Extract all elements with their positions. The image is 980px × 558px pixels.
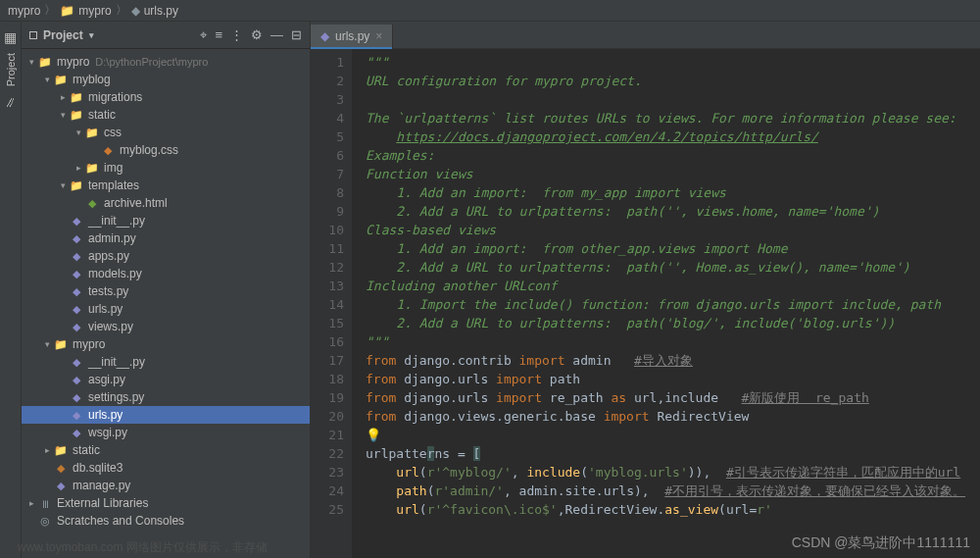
tree-row[interactable]: ◆urls.py: [22, 406, 310, 424]
line-number: 7: [311, 165, 344, 183]
project-panel-title[interactable]: Project ▾: [29, 28, 94, 42]
breadcrumb-root[interactable]: mypro: [8, 4, 40, 18]
code-line[interactable]: Including another URLconf: [366, 277, 980, 295]
code-line[interactable]: 2. Add a URL to urlpatterns: path('', vi…: [366, 202, 980, 221]
gear-icon[interactable]: ⚙: [251, 27, 263, 43]
tree-arrow-icon[interactable]: ▾: [41, 75, 53, 84]
code-line[interactable]: """: [366, 332, 980, 351]
code-line[interactable]: """: [366, 53, 980, 72]
code-line[interactable]: 2. Add a URL to urlpatterns: path('blog/…: [366, 314, 980, 332]
code-line[interactable]: Function views: [366, 165, 980, 183]
collapse-icon[interactable]: —: [270, 27, 283, 43]
tree-row[interactable]: ◎Scratches and Consoles: [22, 512, 310, 530]
tree-row[interactable]: ◆db.sqlite3: [22, 459, 310, 477]
tab-label: urls.py: [335, 29, 369, 43]
expand-icon[interactable]: ≡: [215, 27, 222, 43]
tree-row[interactable]: ◆manage.py: [22, 477, 310, 494]
tree-arrow-icon[interactable]: ▾: [25, 57, 37, 67]
tree-row[interactable]: ▸📁static: [22, 441, 310, 459]
tree-row[interactable]: ◆asgi.py: [22, 371, 310, 388]
tree-row[interactable]: ▾📁templates: [22, 177, 310, 194]
line-number: 24: [311, 482, 344, 500]
tree-row[interactable]: ◆urls.py: [22, 300, 310, 318]
tree-row[interactable]: ◆views.py: [22, 318, 310, 335]
tree-row[interactable]: ▾📁css: [22, 124, 310, 141]
line-number: 5: [311, 127, 344, 146]
code-line[interactable]: 1. Import the include() function: from d…: [366, 295, 980, 314]
tree-arrow-icon[interactable]: ▸: [41, 445, 53, 455]
tree-node-icon: ◆: [69, 285, 84, 298]
tree-row[interactable]: ◆archive.html: [22, 194, 310, 212]
code-line[interactable]: from django.views.generic.base import Re…: [366, 407, 980, 426]
tree-row[interactable]: ◆__init__.py: [22, 212, 310, 229]
tree-row[interactable]: ▾📁myproD:\pythonProject\mypro: [22, 53, 310, 71]
tree-arrow-icon[interactable]: ▾: [73, 127, 84, 137]
tree-node-icon: ◆: [69, 250, 84, 263]
close-icon[interactable]: ×: [375, 29, 382, 43]
breadcrumb-file[interactable]: urls.py: [144, 4, 178, 18]
tree-arrow-icon[interactable]: ▾: [57, 180, 69, 190]
tree-node-icon: 📁: [84, 127, 100, 139]
code-line[interactable]: URL configuration for mypro project.: [366, 72, 980, 90]
editor-tabs: ◆ urls.py ×: [311, 22, 980, 49]
tree-arrow-icon[interactable]: ▸: [25, 498, 37, 508]
project-tool-icon[interactable]: ▦: [4, 29, 17, 45]
tree-row[interactable]: ◆admin.py: [22, 229, 310, 247]
chevron-down-icon: ▾: [89, 30, 94, 40]
tree-node-label: asgi.py: [88, 373, 125, 386]
editor-tab-urls[interactable]: ◆ urls.py ×: [311, 25, 393, 48]
tree-row[interactable]: ◆apps.py: [22, 247, 310, 265]
project-tree[interactable]: ▾📁myproD:\pythonProject\mypro▾📁myblog▸📁m…: [22, 49, 310, 558]
tree-node-label: urls.py: [88, 302, 122, 316]
tree-row[interactable]: ◆settings.py: [22, 388, 310, 406]
code-line[interactable]: 2. Add a URL to urlpatterns: path('', Ho…: [366, 258, 980, 277]
code-line[interactable]: 💡: [366, 426, 980, 444]
code-line[interactable]: urlpatterns = [: [366, 444, 980, 463]
tree-node-icon: 📁: [53, 444, 69, 457]
code-line[interactable]: path(r'admin/', admin.site.urls), #不用引号，…: [366, 482, 980, 500]
code-line[interactable]: url(r'^favicon\.ico$',RedirectView.as_vi…: [366, 500, 980, 519]
tree-row[interactable]: ▾📁static: [22, 106, 310, 124]
chevron-right-icon: 〉: [116, 2, 127, 19]
tree-arrow-icon[interactable]: ▸: [57, 92, 69, 102]
tree-node-label: static: [88, 108, 116, 122]
tree-row[interactable]: ▸📁img: [22, 159, 310, 177]
code-line[interactable]: from django.urls import path: [366, 370, 980, 388]
hide-icon[interactable]: ⊟: [291, 27, 302, 43]
code-line[interactable]: from django.urls import re_path as url,i…: [366, 388, 980, 407]
code-line[interactable]: https://docs.djangoproject.com/en/4.2/to…: [366, 127, 980, 146]
tree-row[interactable]: ▾📁myblog: [22, 71, 310, 88]
tree-node-icon: 📁: [37, 56, 53, 69]
code-line[interactable]: from django.contrib import admin #导入对象: [366, 351, 980, 370]
breadcrumb: mypro 〉 📁 mypro 〉 ◆ urls.py: [8, 2, 178, 19]
project-tool-label[interactable]: Project: [5, 53, 17, 86]
tree-node-label: __init__.py: [88, 355, 145, 369]
structure-tool-icon[interactable]: ⫽: [4, 94, 18, 110]
editor-body[interactable]: 1234567891011121314151617181920212223242…: [311, 49, 980, 558]
line-number: 18: [311, 370, 344, 388]
code-line[interactable]: [366, 90, 980, 109]
breadcrumb-folder[interactable]: mypro: [78, 4, 111, 18]
tree-arrow-icon[interactable]: ▾: [41, 339, 53, 349]
tree-row[interactable]: ◆models.py: [22, 265, 310, 282]
code-line[interactable]: Class-based views: [366, 221, 980, 239]
code-line[interactable]: url(r'^myblog/', include('myblog.urls'))…: [366, 463, 980, 482]
tree-row[interactable]: ◆wsgi.py: [22, 424, 310, 441]
tree-node-label: External Libraries: [57, 496, 148, 510]
tree-node-icon: ◆: [84, 197, 100, 210]
code-line[interactable]: Examples:: [366, 146, 980, 165]
tree-row[interactable]: ◆__init__.py: [22, 353, 310, 371]
code-line[interactable]: The `urlpatterns` list routes URLs to vi…: [366, 109, 980, 127]
tree-arrow-icon[interactable]: ▾: [57, 110, 69, 120]
tree-row[interactable]: ▸⫼External Libraries: [22, 494, 310, 512]
tree-row[interactable]: ▸📁migrations: [22, 88, 310, 106]
tree-row[interactable]: ▾📁mypro: [22, 335, 310, 353]
tree-node-icon: ⫼: [37, 497, 53, 509]
tree-arrow-icon[interactable]: ▸: [73, 163, 84, 173]
locate-icon[interactable]: ⌖: [200, 27, 207, 43]
tree-row[interactable]: ◆myblog.css: [22, 141, 310, 159]
tree-row[interactable]: ◆tests.py: [22, 282, 310, 300]
code-area[interactable]: """URL configuration for mypro project.T…: [352, 49, 980, 558]
code-line[interactable]: 1. Add an import: from my_app import vie…: [366, 183, 980, 202]
code-line[interactable]: 1. Add an import: from other_app.views i…: [366, 239, 980, 258]
